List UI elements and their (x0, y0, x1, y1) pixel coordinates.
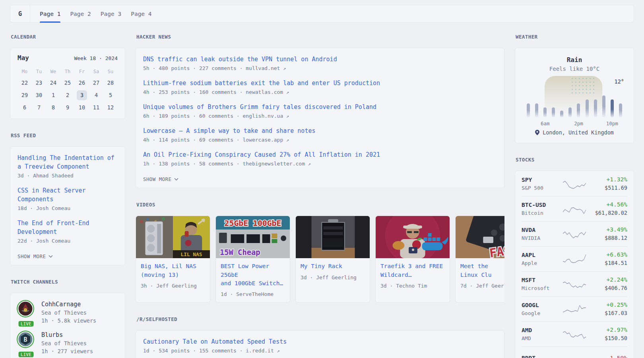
temperature-bar (586, 99, 589, 117)
news-item-stats: 6h · 189 points · 60 comments · (143, 113, 240, 119)
temperature-bar-slot (594, 86, 597, 117)
video-card-body: Meet the Linux Clu 7d · Jeff Geerling (456, 258, 504, 294)
sparkline-chart (563, 227, 586, 241)
rss-show-more-button[interactable]: SHOW MORE (17, 253, 118, 259)
page-tab[interactable]: Page 4 (126, 5, 156, 22)
stocks-section-title: STOCKS (516, 157, 634, 163)
calendar-day: 29 (17, 89, 32, 101)
stock-sparkline (563, 352, 586, 358)
video-thumbnail[interactable] (376, 216, 450, 258)
twitch-channel-name[interactable]: CohhCarnage (41, 300, 96, 308)
videos-section-title: VIDEOS (136, 202, 504, 208)
avatar: B LIVE (17, 331, 35, 354)
video-thumbnail[interactable]: 25GbE 100GbE 15W Cheap (216, 216, 290, 258)
svg-text:B: B (23, 336, 27, 343)
rss-item-title[interactable]: CSS in React Server Components (17, 187, 86, 203)
rss-item-title[interactable]: Handling The Indentation of a Treeview C… (17, 154, 114, 170)
stock-row[interactable]: BTC-USD Bitcoin +4.56% $61,820.02 (522, 196, 627, 221)
reddit-item-stats: 1d · 534 points · 155 comments · (143, 348, 242, 354)
video-thumbnail[interactable]: LIL NAS (136, 216, 210, 258)
stock-row[interactable]: AMD AMD +2.97% $150.50 (522, 321, 627, 346)
video-thumbnail-art: 25GbE 100GbE 15W Cheap (216, 216, 290, 258)
twitch-card: LIVE CohhCarnage Sea of Thieves 1h · 5.8… (10, 293, 125, 358)
news-item-title[interactable]: Lowercase – A simple way to take and sha… (143, 127, 315, 134)
stock-values: +3.49% $888.12 (589, 226, 627, 241)
stock-change-percent: +3.49% (589, 226, 627, 233)
stock-ticker: AAPL (522, 252, 560, 258)
hacker-news-show-more-button[interactable]: SHOW MORE (143, 176, 497, 182)
stock-identity: AAPL Apple (522, 252, 560, 266)
stock-row[interactable]: SPY S&P 500 +1.32% $511.69 (522, 171, 627, 196)
stock-values: +6.63% $184.51 (589, 251, 627, 266)
calendar-weekday: Sa (89, 66, 103, 77)
stock-change-percent: +4.56% (589, 201, 627, 208)
calendar-day: 23 (32, 77, 46, 89)
news-item-domain[interactable]: english.nv.ua (242, 113, 283, 119)
news-item-title[interactable]: An Oil Price-Fixing Conspiracy Caused 27… (143, 151, 380, 158)
videos-widget: VIDEOS LIL NAS Big NAS, Li (136, 202, 504, 303)
stock-values: +2.24% $406.76 (589, 276, 627, 291)
twitch-list: LIVE CohhCarnage Sea of Thieves 1h · 5.8… (17, 300, 118, 358)
video-thumbnail[interactable] (296, 216, 370, 258)
reddit-widget: /R/SELFHOSTED Cautionary Tale on Automat… (136, 316, 504, 358)
calendar-day: 7 (32, 101, 46, 114)
news-item-title[interactable]: DNS traffic can leak outside the VPN tun… (143, 56, 337, 63)
page-tab[interactable]: Page 2 (65, 5, 95, 22)
video-thumbnail[interactable]: FAS (456, 216, 504, 258)
temperature-bar-slot (619, 86, 623, 117)
video-title[interactable]: BEST Low Power 25GbE and 100GbE Switch… (221, 263, 283, 286)
news-item-domain[interactable]: newatlas.com (246, 89, 283, 95)
calendar-day: 11 (89, 101, 103, 114)
news-item-title[interactable]: Lithium-free sodium batteries exit the l… (143, 80, 380, 87)
stock-change-percent: +2.97% (589, 327, 627, 333)
stock-ticker: SPY (522, 177, 560, 183)
news-item-title[interactable]: Unique volumes of Brothers Grimm fairy t… (143, 103, 376, 111)
calendar-day: 2 (60, 89, 75, 101)
calendar-day: 1 (46, 89, 60, 101)
news-item: An Oil Price-Fixing Conspiracy Caused 27… (143, 150, 497, 167)
twitch-channel-game: Sea of Thieves (41, 309, 96, 316)
calendar-day-number: 23 (34, 78, 44, 88)
calendar-day-number: 27 (91, 78, 101, 88)
temperature-bar-slot: 10pm (610, 86, 614, 117)
reddit-item-title[interactable]: Cautionary Tale on Automated Speed Tests (143, 338, 287, 345)
page-tab[interactable]: Page 3 (96, 5, 126, 22)
reddit-item-domain[interactable]: i.redd.it (246, 348, 274, 354)
news-item-stats: 4h · 114 points · 69 comments · (143, 137, 240, 143)
stock-price: $61,820.02 (589, 210, 627, 216)
stock-row[interactable]: MSFT Microsoft +2.24% $406.76 (522, 271, 627, 296)
video-card: Traefik 3 and FREE Wildcard… 3d · Techno… (375, 216, 450, 303)
calendar-month: May (17, 54, 29, 62)
stock-row[interactable]: AAPL Apple +6.63% $184.51 (522, 246, 627, 271)
news-item-domain[interactable]: mullvad.net (246, 65, 280, 71)
calendar-weekday: Th (60, 66, 75, 77)
news-item-domain[interactable]: thebignewsletter.com (242, 161, 305, 167)
sparkline-chart (563, 202, 586, 216)
stock-row[interactable]: NVDA NVIDIA +3.49% $888.12 (522, 221, 627, 246)
calendar-day: 6 (17, 101, 32, 114)
hacker-news-section-title: HACKER NEWS (136, 34, 504, 40)
page-tab[interactable]: Page 1 (35, 5, 65, 22)
video-title[interactable]: Big NAS, Lil NAS (moving 13) (141, 263, 196, 278)
video-title[interactable]: Meet the Linux Clu (460, 263, 492, 278)
stock-name: Google (522, 310, 560, 316)
reddit-card: Cautionary Tale on Automated Speed Tests… (136, 330, 504, 358)
twitch-channel-name[interactable]: Blurbs (41, 331, 93, 339)
news-item-domain[interactable]: lowercase.app (242, 137, 283, 143)
location-pin-icon (535, 130, 539, 135)
temperature-bar-slot: 2pm (576, 86, 580, 117)
video-title[interactable]: Traefik 3 and FREE Wildcard… (380, 263, 443, 278)
video-title[interactable]: My Tiny Rack (301, 263, 342, 269)
hour-label: 2pm (574, 121, 583, 126)
left-column: CALENDAR May Week 18 · 2024 Mo Tu We (10, 34, 125, 358)
stock-row[interactable]: GOOGL Google +0.25% $167.03 (522, 296, 627, 321)
rss-item-title[interactable]: The End of Front-End Development (17, 220, 89, 235)
video-thumbnail-art (376, 216, 450, 258)
temperature-callout: 12° (615, 78, 624, 85)
calendar-day-number: 25 (62, 78, 73, 88)
video-card: 25GbE 100GbE 15W Cheap BEST Low Power 25… (215, 216, 290, 303)
stock-row[interactable]: RDDT -1.59% (522, 346, 627, 358)
svg-text:FAS: FAS (489, 243, 504, 258)
stock-identity: NVDA NVIDIA (522, 227, 560, 241)
calendar-day-number: 5 (105, 90, 116, 100)
